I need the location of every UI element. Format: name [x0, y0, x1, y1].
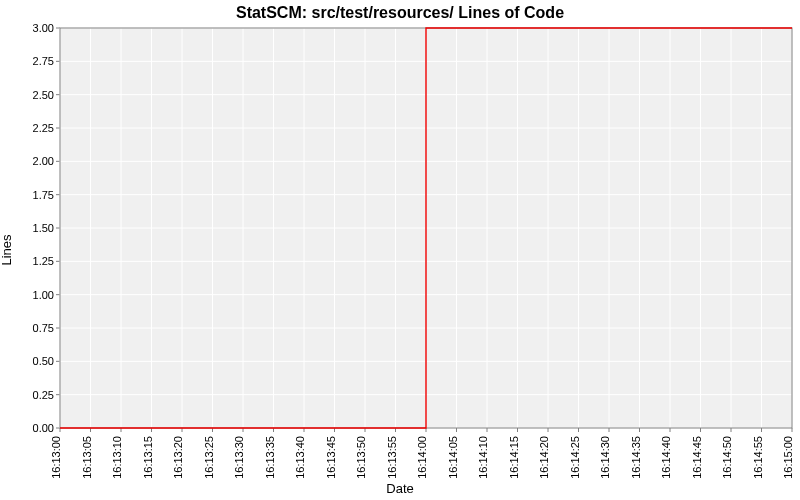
x-tick-label: 16:14:40 — [660, 436, 672, 479]
x-tick-label: 16:13:35 — [264, 436, 276, 479]
x-tick-label: 16:14:30 — [599, 436, 611, 479]
x-tick-label: 16:14:35 — [630, 436, 642, 479]
x-tick-label: 16:13:10 — [111, 436, 123, 479]
y-tick-label: 0.25 — [33, 389, 54, 401]
x-tick-label: 16:13:00 — [50, 436, 62, 479]
x-tick-label: 16:13:55 — [386, 436, 398, 479]
x-tick-label: 16:14:45 — [691, 436, 703, 479]
x-tick-label: 16:14:00 — [416, 436, 428, 479]
x-tick-label: 16:13:40 — [294, 436, 306, 479]
y-tick-label: 1.75 — [33, 189, 54, 201]
x-tick-label: 16:14:15 — [508, 436, 520, 479]
y-tick-label: 1.00 — [33, 289, 54, 301]
x-tick-label: 16:13:25 — [203, 436, 215, 479]
y-tick-label: 2.00 — [33, 155, 54, 167]
y-tick-label: 2.25 — [33, 122, 54, 134]
y-tick-label: 0.75 — [33, 322, 54, 334]
y-tick-label: 1.25 — [33, 255, 54, 267]
x-tick-label: 16:14:20 — [538, 436, 550, 479]
x-tick-label: 16:14:55 — [752, 436, 764, 479]
x-tick-label: 16:14:50 — [721, 436, 733, 479]
y-tick-label: 1.50 — [33, 222, 54, 234]
x-tick-label: 16:14:25 — [569, 436, 581, 479]
chart-container: StatSCM: src/test/resources/ Lines of Co… — [0, 0, 800, 500]
x-tick-label: 16:13:50 — [355, 436, 367, 479]
x-tick-label: 16:13:45 — [325, 436, 337, 479]
x-tick-label: 16:14:05 — [447, 436, 459, 479]
y-tick-label: 0.00 — [33, 422, 54, 434]
chart-svg: 0.000.250.500.751.001.251.501.752.002.25… — [0, 0, 800, 500]
x-tick-label: 16:13:20 — [172, 436, 184, 479]
y-tick-label: 0.50 — [33, 355, 54, 367]
y-tick-label: 2.75 — [33, 55, 54, 67]
x-tick-label: 16:14:10 — [477, 436, 489, 479]
x-tick-label: 16:15:00 — [782, 436, 794, 479]
x-tick-label: 16:13:30 — [233, 436, 245, 479]
x-tick-label: 16:13:15 — [142, 436, 154, 479]
y-tick-label: 2.50 — [33, 89, 54, 101]
y-tick-label: 3.00 — [33, 22, 54, 34]
x-tick-label: 16:13:05 — [81, 436, 93, 479]
